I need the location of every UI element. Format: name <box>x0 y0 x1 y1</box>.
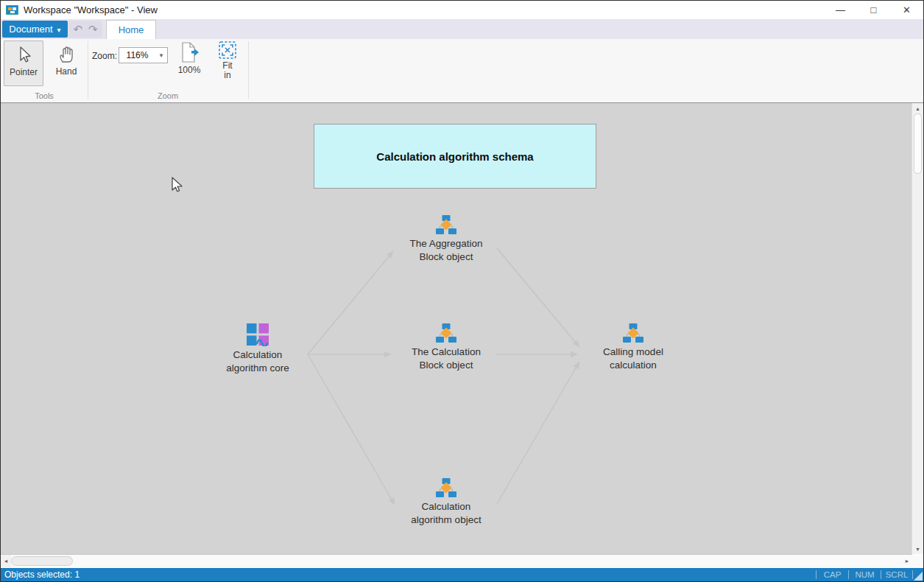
diagram-title-box[interactable]: Calculation algorithm schema <box>314 124 596 189</box>
zoom-100-label: 100% <box>178 66 201 75</box>
menu-tab-row: Document ▾ ↶ ↷ Home <box>1 19 923 39</box>
hand-icon <box>57 45 75 64</box>
document-menu-label: Document <box>9 24 52 35</box>
node-label: The AggregationBlock object <box>387 237 505 263</box>
pointer-tool-button[interactable]: Pointer <box>4 41 43 86</box>
flowchart-icon <box>435 323 457 343</box>
scroll-left-icon[interactable]: ◄ <box>1 555 11 567</box>
document-menu-button[interactable]: Document ▾ <box>2 21 68 38</box>
horizontal-scroll-thumb[interactable] <box>11 556 73 566</box>
vertical-scrollbar[interactable]: ▲ ▼ <box>911 103 923 554</box>
node-label: The CalculationBlock object <box>387 346 505 371</box>
status-indicator-num: NUM <box>848 570 881 579</box>
title-bar: Workspace "Workspace" - View — □ ✕ <box>1 1 923 19</box>
tab-home[interactable]: Home <box>106 20 156 39</box>
zoom-level-combobox[interactable]: 116% ▾ <box>119 47 168 63</box>
node-label: Calling modelcalculation <box>574 346 692 371</box>
diagram-edge <box>497 362 579 504</box>
redo-icon[interactable]: ↷ <box>88 24 98 35</box>
hand-tool-label: Hand <box>56 66 77 77</box>
flowchart-icon <box>435 215 457 235</box>
zoom-field-label: Zoom: <box>92 51 117 61</box>
fit-in-icon <box>218 41 237 60</box>
chevron-down-icon: ▾ <box>57 26 61 34</box>
document-area: Calculation algorithm schema The Aggrega… <box>1 103 923 554</box>
quick-access-toolbar: ↶ ↷ <box>68 21 102 38</box>
window-title: Workspace "Workspace" - View <box>24 4 158 15</box>
status-message: Objects selected: 1 <box>1 569 80 580</box>
chevron-down-icon: ▾ <box>155 52 167 59</box>
minimize-button[interactable]: — <box>824 1 857 19</box>
pointer-icon <box>15 46 32 65</box>
undo-icon[interactable]: ↶ <box>73 24 82 35</box>
status-bar: Objects selected: 1 CAPNUMSCRL <box>1 568 923 581</box>
close-button[interactable]: ✕ <box>890 1 923 19</box>
fit-in-label: Fitin <box>222 61 232 80</box>
diagram-node-calling-model-calculation[interactable]: Calling modelcalculation <box>574 323 692 371</box>
diagram-canvas[interactable]: Calculation algorithm schema The Aggrega… <box>1 103 912 554</box>
ribbon-group-separator <box>248 41 249 99</box>
zoom-100-button[interactable]: 100% <box>173 41 205 75</box>
zoom-100-icon <box>180 41 200 64</box>
window-controls: — □ ✕ <box>824 1 923 19</box>
fit-in-button[interactable]: Fitin <box>211 41 244 80</box>
mouse-cursor-icon <box>169 176 183 194</box>
zoom-group-label: Zoom <box>88 91 248 100</box>
node-label: Calculationalgorithm core <box>199 348 317 374</box>
ribbon: Pointer Hand Zoom: 116% ▾ 100% <box>1 39 923 103</box>
hand-tool-button[interactable]: Hand <box>46 41 86 86</box>
scroll-down-icon[interactable]: ▼ <box>912 544 923 554</box>
flowchart-icon <box>435 478 457 498</box>
status-indicator-cap: CAP <box>816 570 848 579</box>
resize-grip-icon[interactable] <box>914 572 923 581</box>
status-indicator-scrl: SCRL <box>881 570 913 579</box>
pointer-tool-label: Pointer <box>10 67 38 77</box>
diagram-edge <box>308 251 393 354</box>
diagram-edge <box>308 354 395 505</box>
diagram-node-calculation-block-object[interactable]: The CalculationBlock object <box>387 323 505 371</box>
app-icon <box>6 5 18 15</box>
scroll-up-icon[interactable]: ▲ <box>912 103 923 113</box>
node-label: Calculationalgorithm object <box>387 500 505 526</box>
core-module-icon <box>247 323 269 346</box>
diagram-node-calculation-algorithm-object[interactable]: Calculationalgorithm object <box>387 478 505 526</box>
ribbon-group-separator <box>88 41 88 99</box>
flowchart-icon <box>622 323 644 343</box>
diagram-edge <box>497 248 579 347</box>
tools-group-label: Tools <box>1 91 88 100</box>
horizontal-scrollbar[interactable]: ◄ ► <box>1 554 912 567</box>
zoom-level-value: 116% <box>119 50 155 60</box>
scrollbar-corner <box>911 555 923 568</box>
app-window: Workspace "Workspace" - View — □ ✕ Docum… <box>0 0 924 582</box>
status-indicators: CAPNUMSCRL <box>816 568 913 581</box>
diagram-node-calculation-algorithm-core[interactable]: Calculationalgorithm core <box>199 323 317 374</box>
diagram-node-aggregation-block-object[interactable]: The AggregationBlock object <box>387 215 505 263</box>
diagram-title-text: Calculation algorithm schema <box>376 150 533 163</box>
maximize-button[interactable]: □ <box>857 1 890 19</box>
vertical-scroll-thumb[interactable] <box>914 113 922 174</box>
